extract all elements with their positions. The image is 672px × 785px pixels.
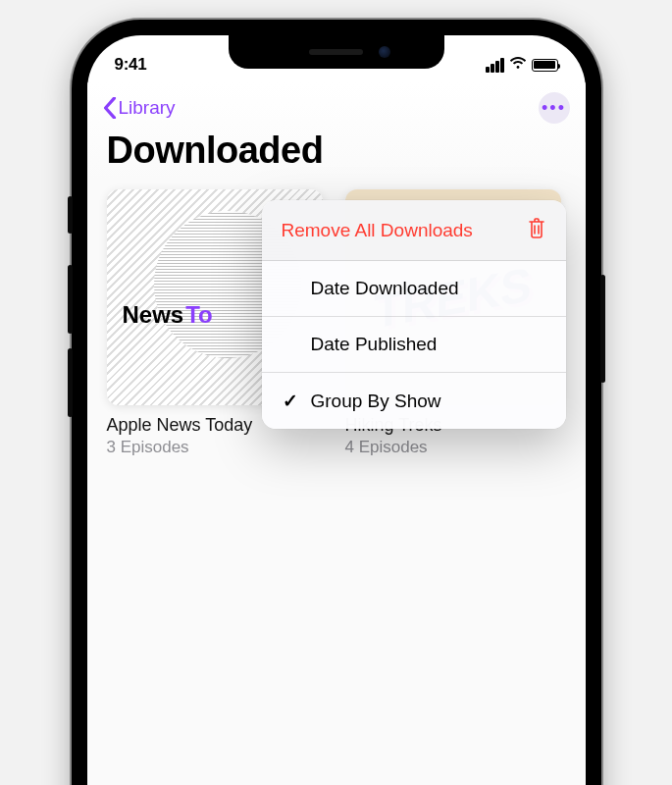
more-options-button[interactable]: ••• bbox=[539, 92, 570, 124]
chevron-left-icon bbox=[103, 97, 117, 119]
menu-item-remove-all[interactable]: Remove All Downloads bbox=[262, 200, 566, 261]
show-episode-count: 3 Episodes bbox=[107, 438, 328, 457]
volume-down-button bbox=[68, 348, 73, 417]
menu-item-label: Remove All Downloads bbox=[282, 220, 473, 241]
checkmark-icon: ✓ bbox=[282, 390, 299, 412]
phone-frame: 9:41 Library ••• Dow bbox=[72, 20, 601, 785]
menu-item-group-by-show[interactable]: ✓Group By Show bbox=[262, 373, 566, 429]
page-title: Downloaded bbox=[87, 130, 586, 189]
status-icons bbox=[486, 56, 558, 74]
silent-switch bbox=[68, 196, 73, 234]
trash-icon bbox=[527, 217, 546, 243]
back-button[interactable]: Library bbox=[103, 97, 176, 119]
ellipsis-icon: ••• bbox=[542, 98, 566, 119]
front-camera bbox=[379, 46, 390, 58]
back-label: Library bbox=[119, 97, 176, 119]
artwork-brand-text: NewsTo bbox=[121, 301, 213, 329]
menu-item-label: Group By Show bbox=[311, 391, 441, 412]
side-button bbox=[600, 275, 605, 383]
context-menu: Remove All Downloads Date Downloaded Dat… bbox=[262, 200, 566, 429]
battery-icon bbox=[532, 59, 558, 72]
content-area: Library ••• Downloaded NewsTo Ap bbox=[87, 82, 586, 785]
status-time: 9:41 bbox=[115, 55, 147, 75]
navigation-bar: Library ••• bbox=[87, 82, 586, 130]
screen: 9:41 Library ••• Dow bbox=[87, 35, 586, 785]
show-episode-count: 4 Episodes bbox=[345, 438, 566, 457]
display-notch bbox=[229, 35, 444, 69]
menu-item-label: Date Published bbox=[311, 334, 438, 355]
menu-item-date-published[interactable]: Date Published bbox=[262, 317, 566, 373]
speaker-grille bbox=[309, 49, 363, 55]
volume-up-button bbox=[68, 265, 73, 334]
wifi-icon bbox=[509, 56, 527, 74]
menu-item-date-downloaded[interactable]: Date Downloaded bbox=[262, 261, 566, 317]
menu-item-label: Date Downloaded bbox=[311, 278, 459, 299]
cellular-signal-icon bbox=[486, 58, 504, 73]
